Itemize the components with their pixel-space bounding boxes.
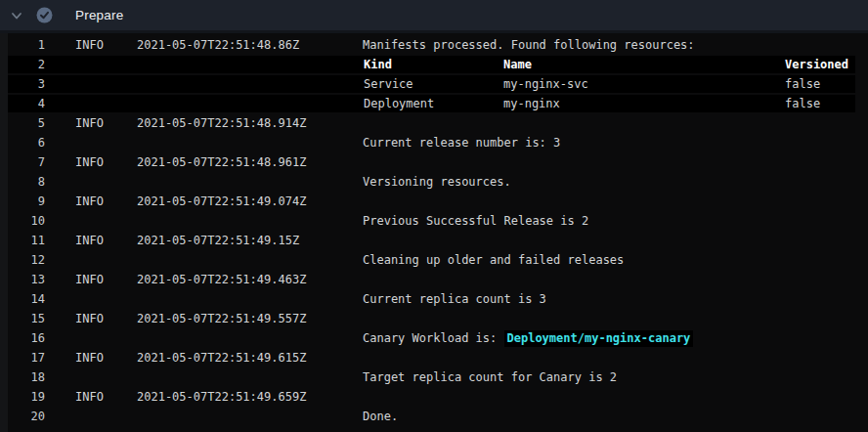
canary-workload-highlight: Deployment/my-nginx-canary xyxy=(504,330,694,347)
log-row: KindNameVersioned2 xyxy=(0,55,868,74)
step-header[interactable]: Prepare xyxy=(0,0,868,33)
line-number[interactable]: 2 xyxy=(0,55,45,74)
log-timestamp: 2021-05-07T22:51:49.557Z xyxy=(137,309,306,328)
log-row: 13INFO2021-05-07T22:51:49.463Z xyxy=(0,270,868,289)
log-row: 1INFO2021-05-07T22:51:48.86ZManifests pr… xyxy=(0,35,868,55)
log-row: 18Target replica count for Canary is 2 xyxy=(0,367,868,387)
log-timestamp: 2021-05-07T22:51:48.914Z xyxy=(137,113,306,133)
log-message: Canary Workload is: Deployment/my-nginx-… xyxy=(363,328,693,348)
log-message: Versioning resources. xyxy=(363,172,511,192)
log-message: Current replica count is 3 xyxy=(363,289,546,309)
line-number[interactable]: 5 xyxy=(0,113,45,133)
log-row: Deploymentmy-nginxfalse4 xyxy=(0,94,868,113)
log-level: INFO xyxy=(75,35,104,55)
log-row: 16Canary Workload is: Deployment/my-ngin… xyxy=(0,328,868,348)
log-timestamp: 2021-05-07T22:51:49.615Z xyxy=(137,348,306,367)
log-row: 7INFO2021-05-07T22:51:48.961Z xyxy=(0,152,868,172)
log-message: Current release number is: 3 xyxy=(363,133,560,152)
line-number[interactable]: 13 xyxy=(0,270,45,289)
log-level: INFO xyxy=(75,387,104,407)
log-level: INFO xyxy=(75,309,104,328)
log-level: INFO xyxy=(75,270,104,289)
line-number[interactable]: 1 xyxy=(0,35,45,55)
log-level: INFO xyxy=(75,348,104,367)
log-row: Servicemy-nginx-svcfalse3 xyxy=(0,74,868,94)
line-number[interactable]: 16 xyxy=(0,328,45,348)
log-timestamp: 2021-05-07T22:51:49.463Z xyxy=(137,270,306,289)
line-number[interactable]: 3 xyxy=(0,74,45,94)
line-number[interactable]: 4 xyxy=(0,94,45,113)
table-header-cell: Kind xyxy=(364,55,392,74)
log-timestamp: 2021-05-07T22:51:48.961Z xyxy=(137,152,306,172)
table-row-strip xyxy=(8,56,855,73)
log-viewer: Prepare 1INFO2021-05-07T22:51:48.86ZMani… xyxy=(0,0,868,432)
log-row: 12Cleaning up older and failed releases xyxy=(0,250,868,270)
line-number[interactable]: 14 xyxy=(0,289,45,309)
log-level: INFO xyxy=(75,231,104,250)
line-number[interactable]: 6 xyxy=(0,133,45,152)
step-title: Prepare xyxy=(75,8,123,22)
log-row: 14Current replica count is 3 xyxy=(0,289,868,309)
table-cell: Deployment xyxy=(364,94,434,113)
line-number[interactable]: 19 xyxy=(0,387,45,407)
log-message: Cleaning up older and failed releases xyxy=(363,250,624,270)
log-timestamp: 2021-05-07T22:51:49.15Z xyxy=(137,231,299,250)
line-number[interactable]: 11 xyxy=(0,231,45,250)
table-header-cell: Versioned xyxy=(785,55,848,74)
log-row: 5INFO2021-05-07T22:51:48.914Z xyxy=(0,113,868,133)
log-message: Target replica count for Canary is 2 xyxy=(363,367,617,387)
line-number[interactable]: 18 xyxy=(0,367,45,387)
log-message: Done. xyxy=(363,407,398,426)
log-row: 10Previous Successful Release is 2 xyxy=(0,211,868,231)
table-header-cell: Name xyxy=(503,55,532,74)
log-body: 1INFO2021-05-07T22:51:48.86ZManifests pr… xyxy=(0,33,868,432)
log-row: 9INFO2021-05-07T22:51:49.074Z xyxy=(0,192,868,211)
line-number[interactable]: 7 xyxy=(0,152,45,172)
log-timestamp: 2021-05-07T22:51:49.074Z xyxy=(137,192,306,211)
log-row: 20Done. xyxy=(0,407,868,426)
log-row: 19INFO2021-05-07T22:51:49.659Z xyxy=(0,387,868,407)
log-level: INFO xyxy=(75,152,104,172)
log-message: Previous Successful Release is 2 xyxy=(363,211,588,231)
line-number[interactable]: 8 xyxy=(0,172,45,192)
table-cell: my-nginx xyxy=(503,94,560,113)
chevron-down-icon[interactable] xyxy=(10,9,23,22)
line-number[interactable]: 15 xyxy=(0,309,45,328)
log-row: 11INFO2021-05-07T22:51:49.15Z xyxy=(0,231,868,250)
log-row: 17INFO2021-05-07T22:51:49.615Z xyxy=(0,348,868,367)
line-number[interactable]: 12 xyxy=(0,250,45,270)
log-row: 8Versioning resources. xyxy=(0,172,868,192)
table-row-strip xyxy=(8,75,855,93)
table-cell: Service xyxy=(364,74,413,94)
log-row: 15INFO2021-05-07T22:51:49.557Z xyxy=(0,309,868,328)
table-cell: false xyxy=(785,74,820,94)
line-number[interactable]: 9 xyxy=(0,192,45,211)
log-message: Manifests processed. Found following res… xyxy=(363,35,695,55)
log-timestamp: 2021-05-07T22:51:48.86Z xyxy=(137,35,299,55)
table-cell: false xyxy=(785,94,820,113)
check-circle-icon xyxy=(36,7,53,23)
line-number[interactable]: 20 xyxy=(0,407,45,426)
log-level: INFO xyxy=(75,113,104,133)
table-cell: my-nginx-svc xyxy=(503,74,588,94)
line-number[interactable]: 17 xyxy=(0,348,45,367)
line-number[interactable]: 10 xyxy=(0,211,45,231)
log-row: 6Current release number is: 3 xyxy=(0,133,868,152)
log-timestamp: 2021-05-07T22:51:49.659Z xyxy=(137,387,306,407)
log-level: INFO xyxy=(75,192,104,211)
